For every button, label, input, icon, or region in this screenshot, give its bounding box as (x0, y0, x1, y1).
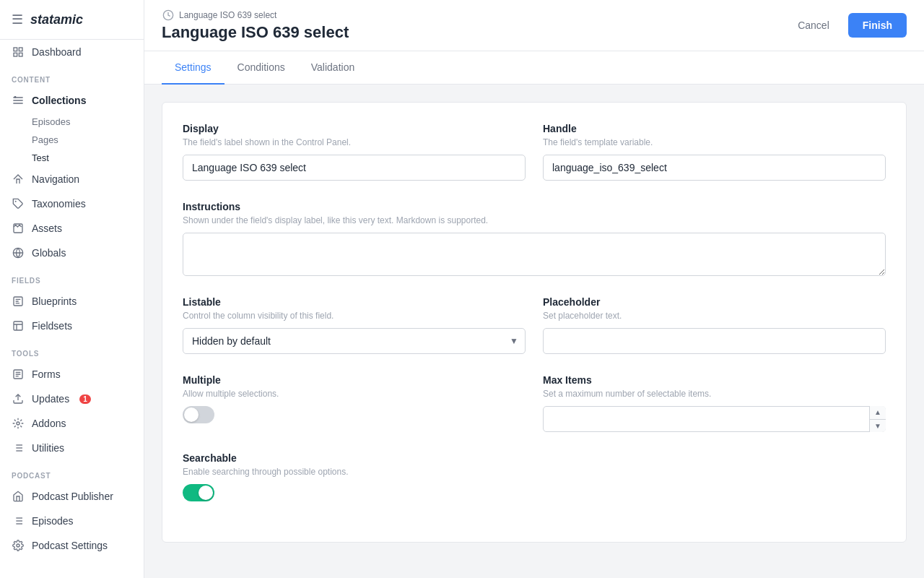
blueprints-icon (12, 295, 25, 308)
finish-button[interactable]: Finish (848, 13, 907, 38)
sidebar-item-podcast-publisher-label: Podcast Publisher (32, 491, 113, 502)
sidebar-item-podcast-settings[interactable]: Podcast Settings (0, 533, 144, 558)
max-items-decrement[interactable]: ▼ (870, 420, 886, 433)
listable-placeholder-row: Listable Control the column visibility o… (183, 296, 886, 354)
handle-group: Handle The field's template variable. (543, 123, 886, 181)
max-items-desc: Set a maximum number of selectable items… (543, 389, 886, 399)
listable-desc: Control the column visibility of this fi… (183, 311, 526, 321)
form-card: Display The field's label shown in the C… (162, 102, 907, 543)
sidebar-item-utilities[interactable]: Utilities (0, 436, 144, 460)
fields-section-label: Fields (0, 265, 144, 289)
navigation-icon (12, 173, 25, 186)
max-items-increment[interactable]: ▲ (870, 406, 886, 420)
listable-label: Listable (183, 296, 526, 308)
sidebar-item-globals[interactable]: Globals (0, 241, 144, 265)
searchable-toggle[interactable] (183, 484, 214, 501)
searchable-group: Searchable Enable searching through poss… (183, 452, 886, 501)
sidebar-item-dashboard-label: Dashboard (32, 46, 82, 58)
sidebar: ☰ statamic Dashboard Content Collections… (0, 0, 144, 578)
multiple-desc: Allow multiple selections. (183, 389, 526, 399)
sidebar-sub-test[interactable]: Test (0, 149, 144, 167)
sidebar-item-updates-label: Updates (32, 393, 69, 405)
sidebar-item-fieldsets[interactable]: Fieldsets (0, 314, 144, 338)
assets-icon (12, 222, 25, 235)
sidebar-item-navigation[interactable]: Navigation (0, 167, 144, 191)
svg-rect-4 (14, 96, 17, 98)
placeholder-input[interactable] (543, 328, 886, 354)
placeholder-group: Placeholder Set placeholder text. (543, 296, 886, 354)
max-items-group: Max Items Set a maximum number of select… (543, 374, 886, 432)
menu-icon[interactable]: ☰ (12, 12, 23, 27)
content-area: Display The field's label shown in the C… (144, 85, 924, 578)
dashboard-icon (12, 46, 25, 59)
svg-rect-0 (14, 48, 17, 51)
topbar-actions: Cancel Finish (786, 13, 907, 38)
display-input[interactable] (183, 155, 526, 181)
podcast-section-label: Podcast (0, 460, 144, 484)
instructions-label: Instructions (183, 201, 886, 212)
tab-settings[interactable]: Settings (162, 51, 225, 85)
updates-badge: 1 (79, 394, 91, 404)
multiple-toggle-wrapper (183, 406, 526, 423)
sidebar-item-podcast-publisher[interactable]: Podcast Publisher (0, 484, 144, 509)
sidebar-item-collections[interactable]: Collections (0, 88, 144, 113)
searchable-row: Searchable Enable searching through poss… (183, 452, 886, 501)
sidebar-item-navigation-label: Navigation (32, 173, 79, 185)
placeholder-label: Placeholder (543, 296, 886, 308)
max-items-input[interactable] (543, 406, 886, 432)
max-items-wrapper: ▲ ▼ (543, 406, 886, 432)
instructions-input[interactable] (183, 233, 886, 276)
sidebar-sub-episodes[interactable]: Episodes (0, 113, 144, 131)
listable-select[interactable]: Hidden by default Visible by default Alw… (183, 328, 526, 354)
topbar-left: Language ISO 639 select Language ISO 639… (162, 9, 349, 42)
sidebar-item-podcast-episodes[interactable]: Episodes (0, 509, 144, 533)
cancel-button[interactable]: Cancel (786, 14, 841, 37)
sidebar-item-updates[interactable]: Updates 1 (0, 387, 144, 411)
podcast-settings-icon (12, 539, 25, 552)
tabs: Settings Conditions Validation (144, 51, 924, 85)
sidebar-item-blueprints-label: Blueprints (32, 296, 77, 307)
sidebar-item-addons-label: Addons (32, 418, 66, 429)
breadcrumb-text: Language ISO 639 select (179, 10, 276, 20)
globals-icon (12, 246, 25, 259)
sidebar-item-taxonomies[interactable]: Taxonomies (0, 191, 144, 216)
fieldsets-icon (12, 319, 25, 332)
podcast-episodes-icon (12, 514, 25, 527)
multiple-toggle[interactable] (183, 406, 214, 423)
sidebar-item-taxonomies-label: Taxonomies (32, 198, 86, 210)
tab-conditions[interactable]: Conditions (225, 51, 298, 85)
display-desc: The field's label shown in the Control P… (183, 137, 526, 147)
addons-icon (12, 417, 25, 430)
handle-input[interactable] (543, 155, 886, 181)
page-title: Language ISO 639 select (162, 23, 349, 42)
content-section-label: Content (0, 64, 144, 88)
collections-icon (12, 94, 25, 107)
topbar: Language ISO 639 select Language ISO 639… (144, 0, 924, 51)
podcast-publisher-icon (12, 490, 25, 503)
sidebar-item-blueprints[interactable]: Blueprints (0, 289, 144, 314)
tab-validation[interactable]: Validation (298, 51, 367, 85)
sidebar-item-fieldsets-label: Fieldsets (32, 320, 72, 332)
svg-point-5 (15, 201, 17, 202)
sidebar-item-addons[interactable]: Addons (0, 411, 144, 436)
multiple-group: Multiple Allow multiple selections. (183, 374, 526, 432)
breadcrumb-icon (162, 9, 175, 22)
display-group: Display The field's label shown in the C… (183, 123, 526, 181)
logo: statamic (30, 12, 83, 27)
sidebar-item-forms-label: Forms (32, 368, 61, 380)
sidebar-item-dashboard[interactable]: Dashboard (0, 40, 144, 64)
listable-group: Listable Control the column visibility o… (183, 296, 526, 354)
handle-label: Handle (543, 123, 886, 134)
sidebar-sub-pages[interactable]: Pages (0, 131, 144, 149)
sidebar-item-assets[interactable]: Assets (0, 216, 144, 241)
sidebar-item-collections-label: Collections (32, 95, 86, 106)
svg-point-25 (17, 544, 19, 547)
searchable-desc: Enable searching through possible option… (183, 467, 886, 477)
sidebar-item-forms[interactable]: Forms (0, 362, 144, 387)
display-handle-row: Display The field's label shown in the C… (183, 123, 886, 181)
utilities-icon (12, 441, 25, 454)
sidebar-item-utilities-label: Utilities (32, 442, 64, 454)
sidebar-item-podcast-settings-label: Podcast Settings (32, 540, 108, 551)
searchable-label: Searchable (183, 452, 886, 464)
tools-section-label: Tools (0, 338, 144, 362)
